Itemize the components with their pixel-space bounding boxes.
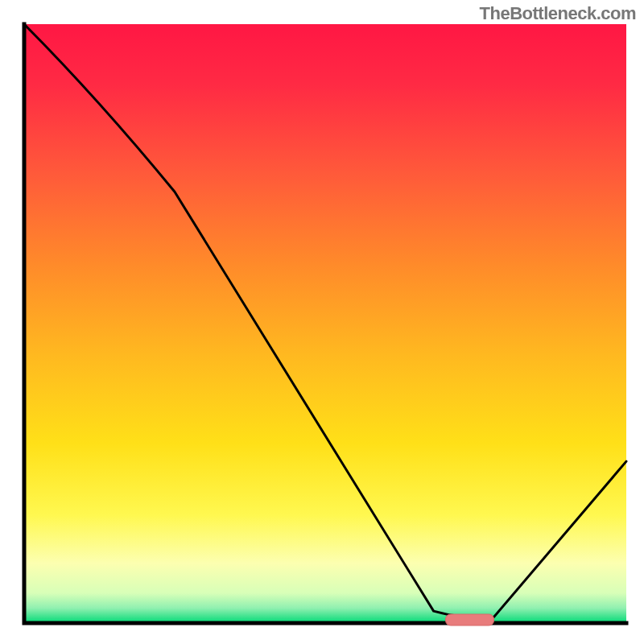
bottleneck-chart	[0, 0, 644, 644]
plot-background	[24, 24, 626, 623]
watermark-text: TheBottleneck.com	[480, 3, 636, 24]
optimal-marker	[446, 614, 494, 625]
